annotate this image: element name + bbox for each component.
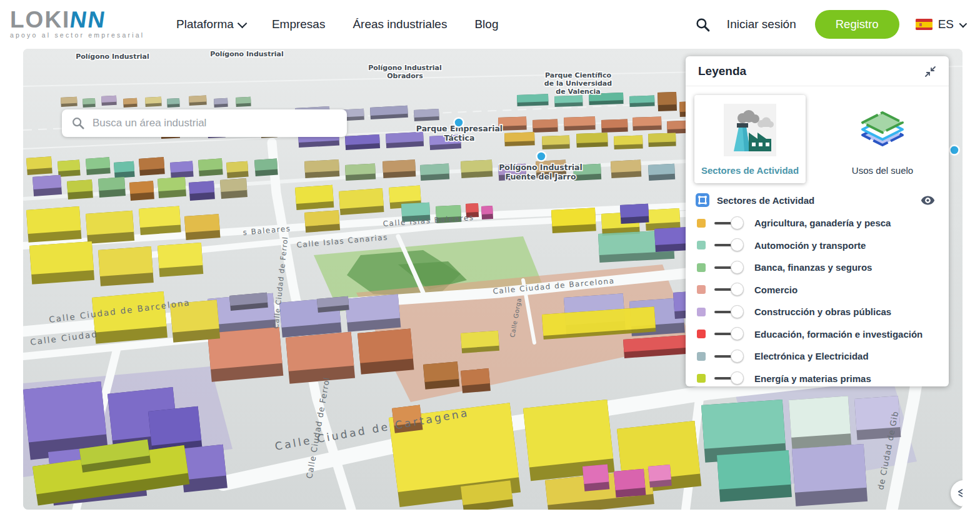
sector-color-swatch: [697, 285, 706, 294]
logo-wordmark: LOKINN: [10, 11, 159, 29]
main-nav: Plataforma Empresas Áreas industriales B…: [176, 18, 498, 31]
sector-opacity-slider[interactable]: [714, 216, 749, 230]
visibility-eye-icon[interactable]: [921, 196, 935, 205]
sector-row: Banca, finanzas y seguros: [697, 256, 949, 279]
language-code: ES: [938, 18, 954, 31]
sector-label: Comercio: [754, 285, 798, 295]
sector-color-swatch: [697, 219, 706, 228]
sector-label: Energía y materias primas: [754, 373, 871, 384]
sector-row: Educación, formación e investigación: [697, 323, 949, 346]
nav-item-areas-industriales[interactable]: Áreas industriales: [352, 18, 447, 31]
sector-opacity-slider[interactable]: [714, 283, 749, 296]
nav-item-blog[interactable]: Blog: [474, 18, 498, 31]
sector-opacity-slider[interactable]: [714, 238, 749, 252]
sector-row: Energía y materias primas: [697, 368, 949, 387]
map-marker[interactable]: [454, 118, 464, 128]
legend-tabs: Sectores de Actividad Usos del suelo: [686, 86, 949, 187]
sector-row: Automoción y transporte: [697, 234, 949, 257]
search-input[interactable]: [92, 117, 347, 129]
sector-row: Electrónica y Electricidad: [697, 345, 949, 368]
sector-color-swatch: [697, 263, 706, 272]
sector-label: Construcción y obras públicas: [754, 306, 891, 317]
sector-label: Electrónica y Electricidad: [754, 351, 869, 361]
svg-text:Polígono Industrial: Polígono Industrial: [210, 50, 284, 58]
language-selector[interactable]: ES: [916, 18, 965, 31]
legend-panel: Leyenda: [686, 56, 949, 386]
tab-label: Sectores de Actividad: [698, 165, 802, 176]
sector-opacity-slider[interactable]: [714, 350, 749, 363]
sector-row: Construcción y obras públicas: [697, 301, 949, 323]
sector-row: Comercio: [697, 279, 949, 301]
sector-color-swatch: [697, 308, 706, 316]
search-icon[interactable]: [695, 17, 711, 33]
legend-section-header: Sectores de Actividad: [686, 187, 949, 209]
header-actions: Iniciar sesión Registro ES: [695, 10, 965, 39]
sector-opacity-slider[interactable]: [714, 305, 749, 319]
login-link[interactable]: Iniciar sesión: [727, 18, 796, 31]
map-search-box: [62, 109, 347, 137]
sector-list: Agricultura, ganadería y pescaAutomoción…: [686, 209, 949, 386]
nav-item-empresas[interactable]: Empresas: [272, 18, 326, 31]
svg-text:Polígono IndustrialFuente del: Polígono IndustrialFuente del Jarro: [499, 163, 582, 181]
sector-opacity-slider[interactable]: [714, 371, 749, 385]
sector-opacity-slider[interactable]: [714, 261, 749, 275]
spain-flag-icon: [916, 19, 932, 30]
sector-color-swatch: [697, 352, 706, 361]
layers-icon: [957, 486, 962, 500]
chevron-down-icon: [959, 19, 968, 28]
collapse-icon[interactable]: [924, 66, 936, 78]
tab-label: Usos del suelo: [831, 165, 934, 176]
tab-usos-del-suelo[interactable]: Usos del suelo: [827, 95, 938, 183]
sector-label: Agricultura, ganadería y pesca: [754, 218, 891, 228]
sector-color-swatch: [697, 330, 706, 338]
legend-header: Leyenda: [686, 56, 949, 86]
sector-color-swatch: [697, 374, 706, 383]
svg-text:Polígono Industrial: Polígono Industrial: [76, 53, 149, 61]
top-navbar: LOKINN apoyo al sector empresarial Plata…: [0, 0, 980, 49]
legend-title: Leyenda: [698, 64, 746, 78]
sector-label: Educación, formación e investigación: [754, 329, 922, 340]
map-marker[interactable]: [537, 152, 546, 161]
factory-icon: [724, 104, 776, 156]
sector-label: Automoción y transporte: [754, 240, 866, 251]
chevron-down-icon: [238, 18, 248, 28]
tab-sectores-de-actividad[interactable]: Sectores de Actividad: [694, 95, 806, 183]
register-button[interactable]: Registro: [815, 10, 899, 39]
lokinn-logo[interactable]: LOKINN apoyo al sector empresarial: [10, 11, 159, 39]
sector-color-swatch: [697, 241, 706, 249]
land-use-layers-icon: [856, 104, 909, 156]
sector-opacity-slider[interactable]: [714, 327, 749, 341]
legend-section-title: Sectores de Actividad: [717, 195, 921, 206]
sector-row: Agricultura, ganadería y pesca: [697, 212, 949, 234]
sector-label: Banca, finanzas y seguros: [754, 262, 872, 273]
nav-item-plataforma[interactable]: Plataforma: [176, 18, 244, 31]
map-marker[interactable]: [950, 146, 959, 155]
vector-square-icon: [696, 193, 709, 207]
search-icon: [71, 116, 85, 130]
